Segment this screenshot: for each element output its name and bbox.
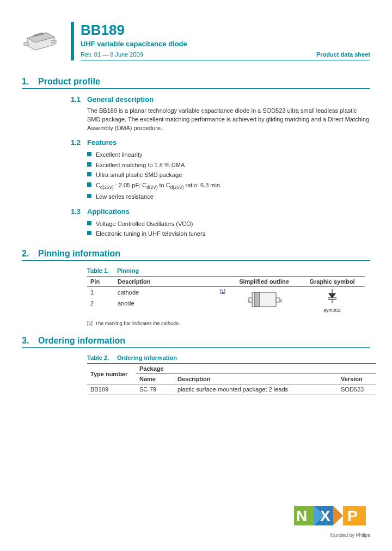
- section-1-1-heading: 1.1General description: [71, 95, 370, 103]
- section-1-3-heading: 1.3Applications: [71, 207, 370, 216]
- list-item: Ultra small plastic SMD package: [87, 170, 370, 180]
- general-description-text: The BB189 is a planar technology variabl…: [87, 107, 370, 133]
- section-1-heading: 1.Product profile: [22, 77, 370, 89]
- bullet-icon: [87, 221, 91, 225]
- list-item: Electronic tuning in UHF television tune…: [87, 229, 370, 239]
- diode-symbol-icon: [321, 287, 343, 306]
- table-row: 1 cathode [1]: [87, 287, 229, 298]
- features-list: Excellent linearity Excellent matching t…: [87, 150, 370, 202]
- list-item: Low series resistance: [87, 192, 370, 202]
- section-3-heading: 3.Ordering information: [22, 336, 370, 348]
- package-icon: [22, 27, 60, 54]
- bullet-icon: [87, 172, 91, 176]
- col-pin: Pin: [87, 277, 114, 287]
- logo-tagline: founded by Philips: [294, 532, 370, 538]
- revision: Rev. 01 — 8 June 2009: [81, 51, 143, 58]
- outline-icon: 1 2: [242, 287, 286, 311]
- part-number: BB189: [81, 22, 370, 39]
- pinning-table: Pin Description 1 cathode [1] 2 anode Si…: [87, 276, 370, 313]
- bullet-icon: [87, 194, 91, 198]
- svg-text:1: 1: [248, 298, 250, 303]
- svg-marker-12: [329, 293, 335, 298]
- nxp-logo: N X P founded by Philips: [294, 503, 370, 538]
- bullet-icon: [87, 152, 91, 156]
- list-item: Excellent matching to 1.8 % DMA: [87, 160, 370, 170]
- svg-rect-4: [24, 42, 28, 45]
- col-type: Type number: [87, 364, 136, 384]
- svg-text:X: X: [320, 507, 330, 524]
- applications-list: Voltage Controlled Oscillators (VCO) Ele…: [87, 219, 370, 239]
- table1-footnote: [1] The marking bar indicates the cathod…: [87, 321, 370, 326]
- table1-caption: Table 1.Pinning: [87, 267, 370, 274]
- col-name: Name: [136, 374, 174, 384]
- list-item: Excellent linearity: [87, 150, 370, 160]
- col-package: Package: [136, 364, 376, 374]
- table-row: BB189 SC-79 plastic surface-mounted pack…: [87, 384, 376, 395]
- subtitle: UHF variable capacitance diode: [81, 40, 370, 48]
- svg-rect-6: [254, 292, 260, 307]
- ordering-table: Type number Package Name Description Ver…: [87, 363, 376, 395]
- document-header: BB189 UHF variable capacitance diode Rev…: [22, 22, 370, 60]
- col-symbol: Graphic symbol: [299, 276, 365, 287]
- svg-text:2: 2: [280, 298, 283, 303]
- table-row: 2 anode: [87, 298, 229, 308]
- col-outline: Simplified outline: [229, 276, 299, 287]
- svg-text:P: P: [347, 507, 358, 524]
- table2-caption: Table 2.Ordering information: [87, 354, 370, 361]
- section-2-heading: 2.Pinning information: [22, 249, 370, 261]
- col-version: Version: [338, 374, 376, 384]
- section-1-2-heading: 1.2Features: [71, 138, 370, 146]
- bullet-icon: [87, 182, 91, 187]
- svg-rect-8: [276, 298, 279, 302]
- svg-rect-3: [52, 40, 56, 43]
- col-desc: Description: [174, 374, 338, 384]
- doc-type: Product data sheet: [316, 51, 370, 58]
- col-desc: Description: [114, 277, 217, 287]
- bullet-icon: [87, 162, 91, 167]
- svg-text:N: N: [296, 507, 307, 524]
- bullet-icon: [87, 231, 91, 235]
- list-item: Voltage Controlled Oscillators (VCO): [87, 219, 370, 229]
- list-item: Cd(25V) : 2.05 pF; Cd(2V) to Cd(25V) rat…: [87, 180, 370, 192]
- footnote-ref[interactable]: [1]: [220, 289, 225, 294]
- symbol-label: sym002: [299, 308, 365, 313]
- svg-marker-19: [333, 506, 343, 525]
